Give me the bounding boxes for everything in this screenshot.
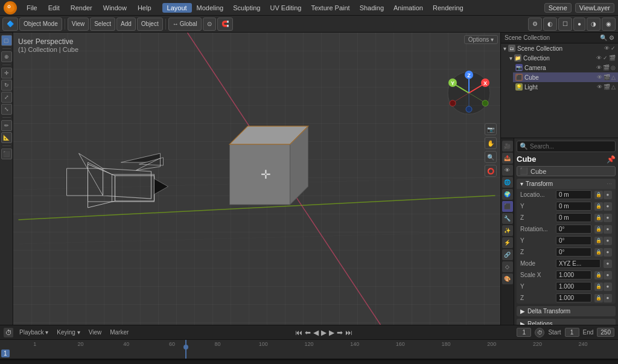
move-tool[interactable]: ✛	[1, 68, 12, 78]
cursor-tool[interactable]: ⊕	[1, 51, 12, 62]
prev-frame-btn[interactable]: ⬅	[305, 328, 311, 337]
select-menu[interactable]: Select	[90, 18, 115, 31]
prop-search-input[interactable]	[530, 143, 613, 150]
render-btn[interactable]: ◉	[602, 18, 616, 31]
pin-icon[interactable]: 📌	[607, 155, 616, 164]
outliner-filter-icon[interactable]: 🔍	[600, 34, 607, 41]
tab-rendering[interactable]: Rendering	[428, 3, 468, 13]
tab-texture-paint[interactable]: Texture Paint	[306, 3, 354, 13]
render-preview-btn[interactable]: ⭕	[485, 165, 497, 177]
tab-sculpting[interactable]: Sculpting	[228, 3, 265, 13]
outliner-scene-collection[interactable]: ▾ 🗂 Scene Collection 👁 ✓	[501, 43, 618, 53]
current-frame[interactable]: 1	[517, 328, 531, 337]
overlay-btn[interactable]: ◐	[543, 18, 557, 31]
xray-btn[interactable]: ☐	[558, 18, 572, 31]
scale-z-val[interactable]: 1.000	[556, 293, 591, 302]
scale-x-lock[interactable]: 🔒	[594, 271, 603, 279]
options-button[interactable]: Options ▾	[464, 35, 498, 44]
menu-window[interactable]: Window	[98, 3, 132, 13]
cam-render-icon[interactable]: 🎬	[603, 65, 610, 71]
material-icon[interactable]: 🎨	[502, 273, 513, 284]
col-vis-icon[interactable]: 👁	[596, 55, 602, 61]
scene-props-icon[interactable]: 🌐	[502, 177, 513, 188]
scale-x-anim[interactable]: ●	[604, 271, 612, 279]
physics-icon[interactable]: ⚡	[502, 237, 513, 248]
zoom-btn[interactable]: 🔍	[485, 151, 497, 163]
rotation-z-val[interactable]: 0°	[556, 247, 591, 257]
light-filter-icon[interactable]: △	[611, 84, 616, 90]
keying-menu[interactable]: Keying	[54, 328, 82, 336]
view-menu-tl[interactable]: View	[86, 328, 104, 336]
col-check-icon[interactable]: ✓	[603, 55, 608, 61]
tab-layout[interactable]: Layout	[162, 3, 192, 13]
rotate-tool[interactable]: ↻	[1, 80, 12, 91]
data-icon[interactable]: ◇	[502, 261, 513, 272]
snap-btn[interactable]: 🧲	[217, 18, 233, 31]
menu-file[interactable]: File	[22, 3, 42, 13]
transform-dropdown[interactable]: ↔ Global	[168, 18, 202, 31]
viewport-gizmo[interactable]: Z X Y	[445, 69, 493, 117]
particles-icon[interactable]: ✨	[502, 225, 513, 236]
add-menu[interactable]: Add	[116, 18, 136, 31]
outliner-collection[interactable]: ▾ 📁 Collection 👁 ✓ 🎬	[507, 53, 618, 63]
camera-view-btn[interactable]: 📷	[485, 123, 497, 135]
tab-animation[interactable]: Animation	[389, 3, 428, 13]
object-mode-dropdown[interactable]: Object Mode	[19, 18, 62, 31]
timeline-track[interactable]: 1 20 40 60 80 100 120 140 160 180 200 22…	[0, 340, 618, 359]
mode-anim[interactable]: ●	[604, 260, 612, 268]
viewlayer-selector[interactable]: ViewLayer	[575, 3, 614, 13]
annotate-tool[interactable]: ✏	[1, 120, 12, 131]
world-props-icon[interactable]: 🌍	[502, 189, 513, 200]
timeline-editor-icon[interactable]: ⏱	[4, 328, 13, 337]
output-props-icon[interactable]: 📤	[502, 153, 513, 164]
outliner-light[interactable]: 💡 Light 👁 🎬 △	[513, 82, 618, 92]
rot-y-lock[interactable]: 🔒	[594, 237, 603, 245]
rot-z-lock[interactable]: 🔒	[594, 248, 603, 257]
view-props-icon[interactable]: 👁	[502, 165, 513, 176]
pan-btn[interactable]: ✋	[485, 137, 497, 149]
constraints-icon[interactable]: 🔗	[502, 249, 513, 260]
playback-menu[interactable]: Playback	[17, 328, 51, 336]
loc-x-anim[interactable]: ●	[604, 191, 612, 199]
rot-x-anim[interactable]: ●	[604, 225, 612, 234]
page-num-btn[interactable]: 1	[1, 350, 10, 357]
measure-tool[interactable]: 📐	[1, 132, 12, 143]
marker-menu[interactable]: Marker	[107, 328, 131, 336]
rotation-y-val[interactable]: 0°	[556, 236, 591, 245]
modifier-props-icon[interactable]: 🔧	[502, 213, 513, 224]
tab-uv-editing[interactable]: UV Editing	[265, 3, 306, 13]
transform-header[interactable]: ▾ Transform ⋯	[517, 179, 616, 189]
start-frame[interactable]: 1	[565, 328, 579, 337]
scale-y-anim[interactable]: ●	[604, 283, 612, 291]
outliner-cube[interactable]: ⬛ Cube 👁 🎬 △	[513, 72, 618, 82]
scale-y-val[interactable]: 1.000	[556, 282, 591, 291]
loc-z-lock[interactable]: 🔒	[594, 214, 603, 222]
jump-end-btn[interactable]: ⏭	[345, 328, 352, 337]
loc-y-anim[interactable]: ●	[604, 202, 612, 211]
exclude-icon[interactable]: ✓	[611, 45, 616, 51]
view-menu[interactable]: View	[68, 18, 89, 31]
outliner-settings-icon[interactable]: ⚙	[609, 34, 614, 41]
tab-modeling[interactable]: Modeling	[192, 3, 229, 13]
light-render-icon[interactable]: 🎬	[604, 84, 610, 90]
loc-x-lock[interactable]: 🔒	[594, 191, 603, 199]
add-cube-tool[interactable]: ⬛	[1, 148, 12, 159]
cube-vis-icon[interactable]: 👁	[597, 74, 602, 80]
solid-btn[interactable]: ●	[573, 18, 585, 31]
relations-header[interactable]: ▶ Relations	[517, 319, 616, 325]
rot-x-lock[interactable]: 🔒	[594, 225, 603, 234]
rot-y-anim[interactable]: ●	[604, 237, 612, 245]
location-z-val[interactable]: 0 m	[556, 213, 591, 222]
next-frame-btn[interactable]: ➡	[337, 328, 343, 337]
material-btn[interactable]: ◑	[587, 18, 600, 31]
col-render-icon[interactable]: 🎬	[609, 55, 616, 61]
menu-render[interactable]: Render	[66, 3, 97, 13]
scale-tool[interactable]: ⤢	[1, 92, 12, 103]
scale-z-lock[interactable]: 🔒	[594, 294, 603, 302]
scale-y-lock[interactable]: 🔒	[594, 283, 603, 291]
end-frame[interactable]: 250	[597, 328, 614, 337]
transform-options-icon[interactable]: ⋯	[607, 181, 612, 187]
object-props-icon[interactable]: ⬛	[502, 201, 513, 212]
light-vis-icon[interactable]: 👁	[597, 84, 602, 90]
rot-z-anim[interactable]: ●	[604, 248, 612, 257]
